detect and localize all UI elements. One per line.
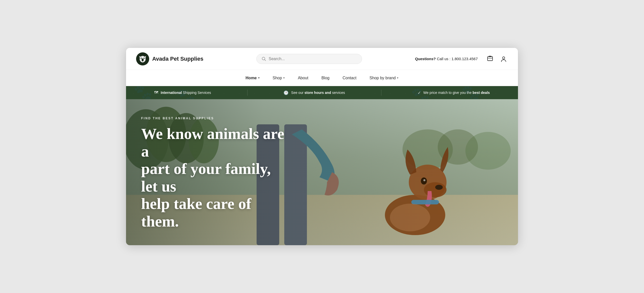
hero-section: FIND THE BEST ANIMAL SUPPLIES We know an… bbox=[126, 99, 518, 245]
site-header: Avada Pet Supplies Questions? Call us : … bbox=[126, 48, 518, 70]
header-icons bbox=[486, 55, 508, 63]
hero-eyebrow: FIND THE BEST ANIMAL SUPPLIES bbox=[141, 117, 287, 120]
hours-icon: 🕐 bbox=[284, 90, 289, 95]
cart-icon bbox=[487, 56, 493, 62]
brand-chevron: ▾ bbox=[397, 76, 398, 80]
main-nav: Home ▾ Shop ▾ About Blog Contact Shop by… bbox=[126, 70, 518, 86]
hero-heading-line2: part of your family, let us bbox=[141, 160, 271, 195]
price-text: We price match to give you the best deal… bbox=[423, 91, 490, 95]
promo-hours[interactable]: 🕐 See our store hours and services bbox=[284, 90, 345, 95]
nav-item-contact[interactable]: Contact bbox=[343, 76, 356, 80]
shipping-icon: 🗺 bbox=[154, 90, 158, 95]
promo-divider-1 bbox=[247, 90, 248, 96]
nav-item-shop[interactable]: Shop ▾ bbox=[273, 76, 285, 80]
svg-rect-3 bbox=[488, 57, 493, 61]
nav-item-shop-by-brand[interactable]: Shop by brand ▾ bbox=[370, 76, 398, 80]
hero-heading-line3: help take care of them. bbox=[141, 195, 251, 230]
contact-label: Questions? bbox=[415, 57, 436, 61]
logo-area[interactable]: Avada Pet Supplies bbox=[136, 52, 203, 65]
svg-line-2 bbox=[265, 59, 266, 61]
browser-frame: Avada Pet Supplies Questions? Call us : … bbox=[126, 48, 518, 245]
promo-divider-2 bbox=[381, 90, 381, 96]
home-chevron: ▾ bbox=[258, 76, 260, 80]
cart-button[interactable] bbox=[486, 55, 494, 63]
check-icon: ✓ bbox=[418, 90, 421, 95]
nav-item-blog[interactable]: Blog bbox=[321, 76, 330, 80]
paw-deco-1: 🐾 bbox=[134, 86, 152, 99]
shipping-text: International Shipping Services bbox=[161, 91, 211, 95]
contact-text: Call us : 1.800.123.4567 bbox=[437, 57, 478, 61]
search-icon bbox=[262, 57, 266, 61]
contact-info: Questions? Call us : 1.800.123.4567 bbox=[415, 57, 478, 61]
header-right: Questions? Call us : 1.800.123.4567 bbox=[415, 55, 508, 63]
hero-heading-line1: We know animals are a bbox=[141, 125, 284, 160]
hero-content: FIND THE BEST ANIMAL SUPPLIES We know an… bbox=[126, 117, 302, 230]
nav-item-home[interactable]: Home ▾ bbox=[246, 76, 259, 80]
search-input[interactable] bbox=[269, 57, 357, 61]
promo-bar: 🐾 🐾 🐾 🐾 🗺 International Shipping Service… bbox=[126, 86, 518, 99]
promo-shipping[interactable]: 🗺 International Shipping Services bbox=[154, 90, 211, 95]
account-button[interactable] bbox=[499, 55, 508, 63]
brand-logo-icon bbox=[136, 52, 149, 65]
svg-point-5 bbox=[503, 57, 505, 59]
hero-heading: We know animals are a part of your famil… bbox=[141, 125, 287, 230]
brand-name: Avada Pet Supplies bbox=[152, 56, 203, 62]
nav-item-about[interactable]: About bbox=[298, 76, 308, 80]
hours-text: See our store hours and services bbox=[291, 91, 345, 95]
user-icon bbox=[500, 56, 507, 62]
search-bar[interactable] bbox=[256, 54, 362, 64]
shop-chevron: ▾ bbox=[283, 76, 285, 80]
promo-price[interactable]: ✓ We price match to give you the best de… bbox=[418, 90, 490, 95]
